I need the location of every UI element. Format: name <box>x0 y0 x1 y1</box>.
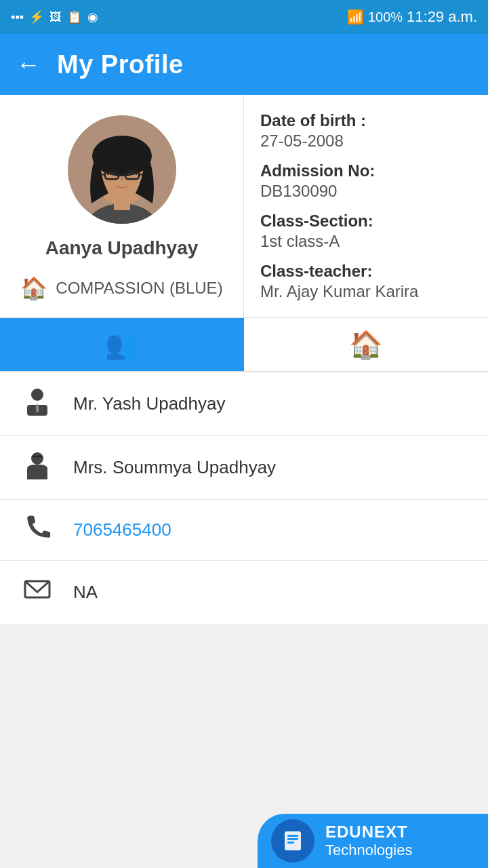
list-item: Mr. Yash Upadhyay <box>0 372 488 436</box>
battery-text: 100% <box>368 9 403 25</box>
brand-text: EDUNEXT Technologies <box>325 823 412 859</box>
house-icon: 🏠 <box>20 275 47 301</box>
house-row: 🏠 COMPASSION (BLUE) <box>20 275 222 301</box>
svg-rect-19 <box>287 842 294 844</box>
father-icon <box>20 386 54 422</box>
status-icons-right: 📶 100% 11:29 a.m. <box>347 8 477 26</box>
wifi-icon: 📶 <box>347 9 364 25</box>
email-value: NA <box>73 582 98 603</box>
svg-line-9 <box>139 174 142 175</box>
svg-rect-17 <box>287 835 298 837</box>
email-icon <box>20 574 54 610</box>
svg-point-10 <box>31 389 43 401</box>
avatar <box>68 115 176 224</box>
teacher-label: Class-teacher: <box>260 262 472 281</box>
phone-number[interactable]: 7065465400 <box>73 519 171 540</box>
branding-bar: EDUNEXT Technologies <box>258 814 488 868</box>
house-label: COMPASSION (BLUE) <box>56 279 222 298</box>
class-value: 1st class-A <box>260 232 472 251</box>
profile-right-panel: Date of birth : 27-05-2008 Admission No:… <box>244 95 488 317</box>
page-title: My Profile <box>57 50 184 79</box>
profile-left-panel: Aanya Upadhyay 🏠 COMPASSION (BLUE) <box>0 95 244 317</box>
list-item: Mrs. Soummya Upadhyay <box>0 436 488 500</box>
status-bar: ▪▪▪ ⚡ 🖼 📋 ◉ 📶 100% 11:29 a.m. <box>0 0 488 34</box>
mother-icon <box>20 450 54 486</box>
tab-bar: 👥 🏠 <box>0 318 488 372</box>
list-item[interactable]: 7065465400 <box>0 500 488 561</box>
svg-line-8 <box>102 174 105 175</box>
home-tab-icon: 🏠 <box>349 329 383 361</box>
contact-list: Mr. Yash Upadhyay Mrs. Soummya Upadhyay … <box>0 372 488 625</box>
brand-icon <box>271 819 314 863</box>
class-label: Class-Section: <box>260 212 472 231</box>
list-item: NA <box>0 561 488 625</box>
svg-point-14 <box>31 452 43 465</box>
father-name: Mr. Yash Upadhyay <box>73 393 226 414</box>
teacher-field: Class-teacher: Mr. Ajay Kumar Karira <box>260 262 472 301</box>
dob-value: 27-05-2008 <box>260 132 472 151</box>
teacher-value: Mr. Ajay Kumar Karira <box>260 282 472 301</box>
svg-rect-13 <box>36 407 39 412</box>
student-name: Aanya Upadhyay <box>45 237 199 259</box>
class-field: Class-Section: 1st class-A <box>260 212 472 251</box>
dob-label: Date of birth : <box>260 111 472 130</box>
admission-label: Admission No: <box>260 161 472 180</box>
profile-section: Aanya Upadhyay 🏠 COMPASSION (BLUE) Date … <box>0 95 488 318</box>
status-time: 11:29 a.m. <box>407 8 477 26</box>
phone-icon <box>20 513 54 547</box>
admission-field: Admission No: DB130090 <box>260 161 472 201</box>
tab-family[interactable]: 👥 <box>0 318 244 371</box>
brand-name: EDUNEXT <box>325 823 412 842</box>
svg-rect-16 <box>285 831 301 850</box>
dob-field: Date of birth : 27-05-2008 <box>260 111 472 151</box>
svg-rect-18 <box>287 838 298 840</box>
brand-subtitle: Technologies <box>325 842 412 859</box>
family-icon: 👥 <box>105 329 139 361</box>
tab-home[interactable]: 🏠 <box>244 318 488 371</box>
app-bar: ← My Profile <box>0 34 488 95</box>
status-icons-left: ▪▪▪ ⚡ 🖼 📋 ◉ <box>11 9 98 24</box>
admission-value: DB130090 <box>260 182 472 201</box>
mother-name: Mrs. Soummya Upadhyay <box>73 457 276 478</box>
back-button[interactable]: ← <box>16 50 41 79</box>
